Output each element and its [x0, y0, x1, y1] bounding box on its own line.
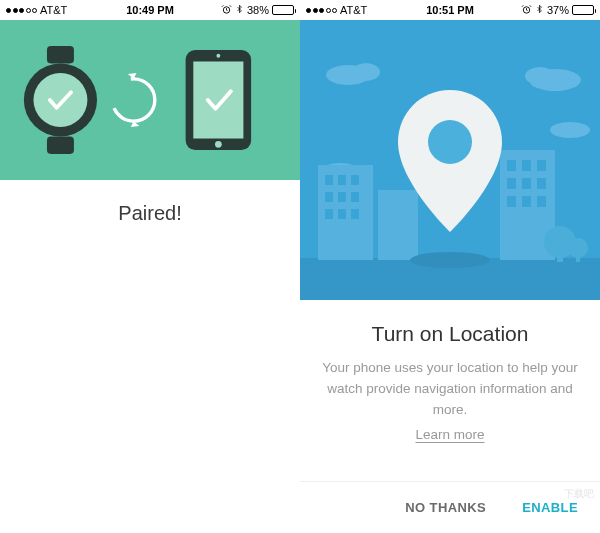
clock-label: 10:49 PM: [126, 4, 174, 16]
svg-rect-32: [537, 160, 546, 171]
alarm-icon: [521, 4, 532, 17]
carrier-label: AT&T: [40, 4, 67, 16]
status-bar: AT&T 10:51 PM 37%: [300, 0, 600, 20]
svg-point-15: [550, 122, 590, 138]
city-location-pin-icon: [300, 20, 600, 300]
svg-rect-19: [378, 190, 418, 260]
svg-rect-26: [351, 192, 359, 202]
svg-rect-21: [325, 175, 333, 185]
paired-title: Paired!: [0, 202, 300, 225]
screen-location: AT&T 10:51 PM 37%: [300, 0, 600, 533]
paired-hero-illustration: [0, 20, 300, 180]
learn-more-link[interactable]: Learn more: [415, 427, 484, 442]
battery-icon: [572, 5, 594, 15]
carrier-label: AT&T: [340, 4, 367, 16]
svg-rect-34: [522, 178, 531, 189]
battery-pct-label: 38%: [247, 4, 269, 16]
svg-rect-25: [338, 192, 346, 202]
svg-rect-28: [338, 209, 346, 219]
signal-dots-icon: [306, 8, 337, 13]
enable-button[interactable]: ENABLE: [522, 500, 578, 515]
bluetooth-icon: [235, 3, 244, 17]
svg-rect-27: [325, 209, 333, 219]
svg-point-8: [216, 54, 220, 58]
svg-point-5: [112, 79, 154, 121]
alarm-icon: [221, 4, 232, 17]
svg-rect-36: [507, 196, 516, 207]
svg-rect-37: [522, 196, 531, 207]
watch-phone-sync-icon: [20, 40, 280, 160]
svg-rect-2: [47, 137, 74, 154]
svg-point-9: [215, 141, 222, 148]
no-thanks-button[interactable]: NO THANKS: [405, 500, 486, 515]
status-bar: AT&T 10:49 PM 38%: [0, 0, 300, 20]
svg-rect-35: [537, 178, 546, 189]
bluetooth-icon: [535, 3, 544, 17]
svg-rect-31: [522, 160, 531, 171]
screen-paired: AT&T 10:49 PM 38%: [0, 0, 300, 533]
location-hero-illustration: [300, 20, 600, 300]
location-description: Your phone uses your location to help yo…: [322, 358, 578, 421]
svg-rect-7: [193, 61, 243, 138]
bottom-action-bar: NO THANKS ENABLE: [300, 481, 600, 533]
svg-rect-29: [351, 209, 359, 219]
svg-point-12: [352, 63, 380, 81]
status-right: 37%: [521, 3, 594, 17]
svg-point-43: [410, 252, 490, 268]
svg-rect-1: [47, 46, 74, 63]
svg-point-4: [33, 73, 87, 127]
svg-rect-30: [507, 160, 516, 171]
location-title: Turn on Location: [322, 322, 578, 346]
svg-rect-22: [338, 175, 346, 185]
svg-rect-24: [325, 192, 333, 202]
svg-rect-42: [576, 248, 580, 262]
svg-rect-38: [537, 196, 546, 207]
svg-rect-33: [507, 178, 516, 189]
svg-point-14: [525, 67, 555, 85]
svg-point-44: [428, 120, 472, 164]
svg-rect-23: [351, 175, 359, 185]
status-left: AT&T: [6, 4, 67, 16]
status-left: AT&T: [306, 4, 367, 16]
signal-dots-icon: [6, 8, 37, 13]
svg-rect-40: [557, 242, 563, 262]
battery-pct-label: 37%: [547, 4, 569, 16]
battery-icon: [272, 5, 294, 15]
clock-label: 10:51 PM: [426, 4, 474, 16]
status-right: 38%: [221, 3, 294, 17]
location-content: Turn on Location Your phone uses your lo…: [300, 300, 600, 481]
